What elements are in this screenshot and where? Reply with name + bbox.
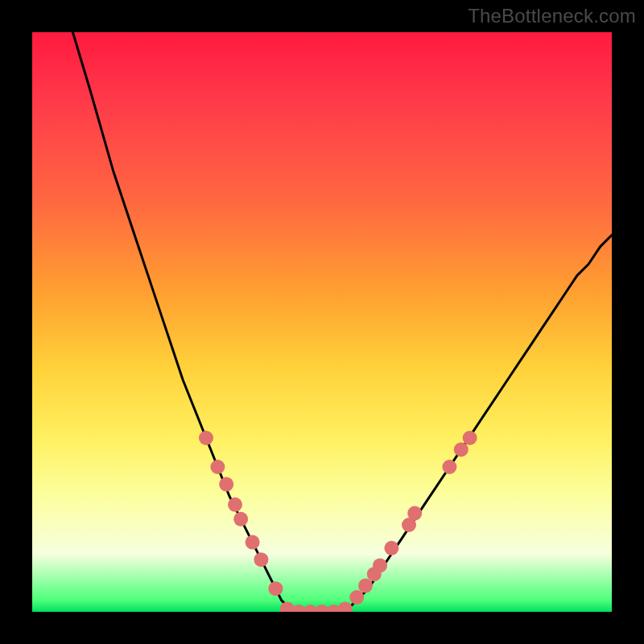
data-marker xyxy=(246,535,260,550)
data-marker xyxy=(254,552,268,567)
data-marker xyxy=(219,477,233,492)
plot-area xyxy=(32,32,612,612)
data-marker xyxy=(358,579,373,593)
data-marker xyxy=(442,460,456,474)
data-marker xyxy=(373,558,387,572)
curve-group xyxy=(72,32,612,612)
data-marker xyxy=(228,497,242,512)
data-marker xyxy=(268,581,283,596)
data-marker xyxy=(454,442,469,456)
marker-group xyxy=(199,431,477,612)
data-marker xyxy=(407,506,422,521)
data-marker xyxy=(210,460,225,474)
chart-overlay xyxy=(32,32,612,612)
attribution-label: TheBottleneck.com xyxy=(468,5,636,27)
data-marker xyxy=(349,590,364,605)
chart-frame: TheBottleneck.com xyxy=(0,0,644,644)
data-marker xyxy=(463,431,477,445)
data-marker xyxy=(338,601,353,612)
bottleneck-curve xyxy=(72,32,612,612)
data-marker xyxy=(199,431,213,445)
data-marker xyxy=(233,512,248,526)
data-marker xyxy=(384,541,398,555)
